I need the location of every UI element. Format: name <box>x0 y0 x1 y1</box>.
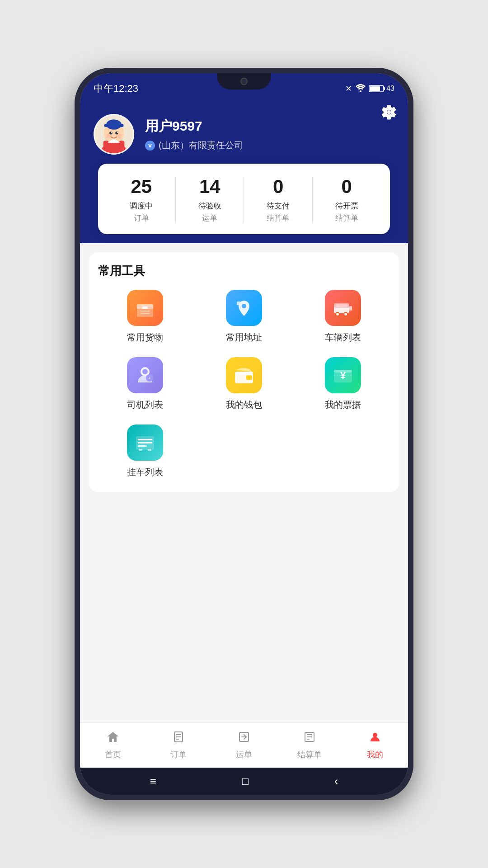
stats-row: 25 调度中 订单 14 待验收 运单 0 待支付 结算单 0 待开票 结算单 <box>107 177 381 223</box>
svg-point-9 <box>106 119 122 129</box>
tools-grid: 常用货物 常用地址 车辆列表 + 司机列表 <box>98 290 390 478</box>
nav-icon-订单 <box>172 731 185 746</box>
tool-item[interactable]: 我的钱包 <box>197 357 291 411</box>
notch <box>217 73 271 90</box>
nav-item-首页[interactable]: 首页 <box>80 731 145 760</box>
menu-button[interactable]: ≡ <box>150 775 156 788</box>
stat-number: 0 <box>249 177 308 196</box>
tool-name: 我的票据 <box>325 399 361 411</box>
svg-point-14 <box>106 133 110 137</box>
tool-item[interactable]: 挂车列表 <box>98 425 192 478</box>
stat-number: 25 <box>112 177 171 196</box>
svg-text:+: + <box>148 376 151 381</box>
tools-section: 常用工具 常用货物 常用地址 车辆列表 <box>89 252 399 492</box>
settings-button[interactable] <box>381 104 397 124</box>
tool-icon <box>226 290 262 326</box>
main-content: 常用工具 常用货物 常用地址 车辆列表 <box>80 243 408 722</box>
nav-label: 首页 <box>105 749 121 760</box>
user-info: 用户9597 v (山东）有限责任公司 <box>94 114 394 155</box>
tool-item[interactable]: 常用地址 <box>197 290 291 344</box>
nav-icon-运单 <box>238 731 250 746</box>
bottom-nav: 首页 订单 运单 : 结算单 我的 <box>80 722 408 768</box>
svg-point-36 <box>248 376 250 379</box>
username: 用户9597 <box>145 117 394 136</box>
tool-name: 挂车列表 <box>127 466 163 478</box>
nav-label: 运单 <box>236 749 252 760</box>
tool-icon <box>127 425 163 461</box>
stat-number: 0 <box>317 177 377 196</box>
stats-card: 25 调度中 订单 14 待验收 运单 0 待支付 结算单 0 待开票 结算单 <box>98 164 390 234</box>
tool-item[interactable]: 车辆列表 <box>296 290 390 344</box>
company-info: v (山东）有限责任公司 <box>145 139 394 151</box>
stat-label2: 运单 <box>180 213 240 223</box>
nav-item-结算单[interactable]: : 结算单 <box>277 731 343 760</box>
nav-label: 订单 <box>170 749 187 760</box>
svg-point-12 <box>111 132 112 133</box>
svg-point-15 <box>117 133 121 137</box>
company-name: (山东）有限责任公司 <box>159 139 243 151</box>
stat-label2: 订单 <box>112 213 171 223</box>
svg-rect-28 <box>335 304 348 308</box>
tool-item[interactable]: + 司机列表 <box>98 357 192 411</box>
svg-rect-42 <box>138 439 152 440</box>
nav-icon-结算单: : <box>303 731 316 746</box>
stat-label2: 结算单 <box>249 213 308 223</box>
status-icons: ✕ 43 <box>345 84 394 94</box>
tool-icon: ¥ <box>325 357 361 393</box>
section-title: 常用工具 <box>98 263 390 279</box>
phone-shell: 中午12:23 ✕ 43 <box>75 68 413 800</box>
svg-rect-2 <box>370 86 380 91</box>
stat-label1: 调度中 <box>112 201 171 211</box>
tool-icon <box>325 290 361 326</box>
stat-item: 25 调度中 订单 <box>107 177 176 223</box>
stat-item: 0 待开票 结算单 <box>313 177 381 223</box>
stat-item: 14 待验收 运单 <box>176 177 244 223</box>
tool-item[interactable]: 常用货物 <box>98 290 192 344</box>
nav-label: 我的 <box>367 749 383 760</box>
wifi-icon <box>356 84 366 94</box>
status-time: 中午12:23 <box>94 82 138 95</box>
tool-icon <box>226 357 262 393</box>
svg-rect-25 <box>349 306 352 311</box>
svg-point-27 <box>344 312 347 316</box>
svg-point-10 <box>109 132 113 135</box>
nav-icon-首页 <box>107 731 119 746</box>
nav-label: 结算单 <box>297 749 322 760</box>
screen: 中午12:23 ✕ 43 <box>80 73 408 795</box>
nav-item-运单[interactable]: 运单 <box>211 731 277 760</box>
svg-point-57 <box>373 733 377 737</box>
sim-icon: ✕ <box>345 84 352 94</box>
nav-item-我的[interactable]: 我的 <box>343 731 408 760</box>
svg-rect-39 <box>334 370 352 373</box>
stat-label1: 待开票 <box>317 201 377 211</box>
svg-rect-46 <box>148 449 151 451</box>
home-button[interactable]: □ <box>242 775 249 788</box>
svg-point-26 <box>336 312 339 316</box>
svg-rect-18 <box>142 307 148 309</box>
tool-name: 常用货物 <box>127 331 163 344</box>
tool-name: 我的钱包 <box>226 399 262 411</box>
stat-label1: 待支付 <box>249 201 308 211</box>
svg-text::: : <box>311 737 312 741</box>
svg-point-13 <box>117 132 118 133</box>
svg-rect-44 <box>138 445 147 447</box>
tool-name: 司机列表 <box>127 399 163 411</box>
svg-point-21 <box>242 304 246 308</box>
front-camera <box>240 78 248 85</box>
svg-rect-34 <box>235 372 253 375</box>
svg-point-0 <box>360 90 361 92</box>
battery-icon: 43 <box>369 85 394 93</box>
nav-item-订单[interactable]: 订单 <box>145 731 211 760</box>
avatar <box>94 114 134 155</box>
stat-label2: 结算单 <box>317 213 377 223</box>
back-button[interactable]: ‹ <box>334 775 338 788</box>
tool-item[interactable]: ¥ 我的票据 <box>296 357 390 411</box>
user-details: 用户9597 v (山东）有限责任公司 <box>145 117 394 151</box>
battery-level: 43 <box>386 85 394 93</box>
tool-icon: + <box>127 357 163 393</box>
tool-name: 常用地址 <box>226 331 262 344</box>
stat-number: 14 <box>180 177 240 196</box>
system-bar: ≡ □ ‹ <box>80 768 408 795</box>
svg-point-30 <box>142 369 148 374</box>
tool-name: 车辆列表 <box>325 331 361 344</box>
